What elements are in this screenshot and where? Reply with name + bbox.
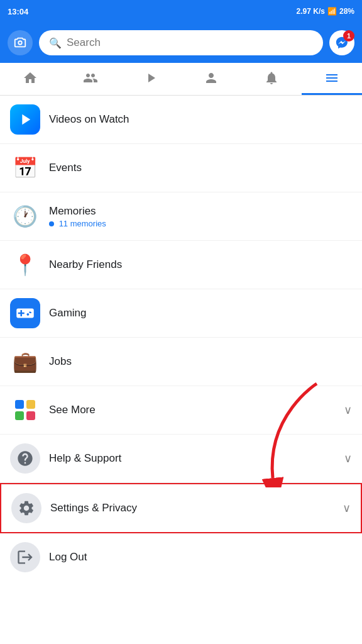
settings-privacy-text: Settings & Privacy: [50, 502, 337, 514]
log-out-text: Log Out: [49, 551, 352, 564]
search-icon: 🔍: [49, 37, 62, 49]
svg-rect-2: [15, 411, 24, 420]
see-more-text: See More: [49, 404, 339, 416]
tab-profile[interactable]: [181, 63, 241, 95]
menu-item-memories[interactable]: 🕐 Memories 11 memories: [0, 192, 362, 241]
camera-button[interactable]: [8, 30, 33, 55]
search-bar[interactable]: 🔍: [39, 30, 323, 55]
nearby-friends-text: Nearby Friends: [49, 258, 352, 271]
tab-home[interactable]: [0, 63, 60, 95]
app-header: 🔍 1: [0, 23, 362, 63]
messenger-badge: 1: [343, 30, 354, 42]
menu-item-see-more[interactable]: See More ∨: [0, 386, 362, 435]
help-support-text: Help & Support: [49, 452, 339, 465]
gaming-text: Gaming: [49, 307, 352, 319]
tab-watch[interactable]: [121, 63, 181, 95]
status-time: 13:04: [8, 7, 28, 16]
settings-privacy-chevron: ∨: [343, 501, 351, 515]
gaming-icon: [10, 298, 40, 328]
menu-list: Videos on Watch 📅 Events 🕐 Memories 11 m…: [0, 96, 362, 581]
see-more-chevron: ∨: [344, 403, 352, 417]
svg-rect-0: [15, 400, 24, 409]
nav-tabs: [0, 63, 362, 96]
memories-text: Memories 11 memories: [49, 205, 352, 228]
svg-rect-1: [26, 400, 35, 409]
menu-item-settings-privacy[interactable]: Settings & Privacy ∨: [0, 483, 362, 533]
svg-rect-3: [26, 411, 35, 420]
menu-item-events[interactable]: 📅 Events: [0, 144, 362, 192]
menu-item-gaming[interactable]: Gaming: [0, 289, 362, 338]
events-text: Events: [49, 162, 352, 174]
jobs-icon: 💼: [10, 347, 40, 377]
log-out-icon: [10, 542, 40, 572]
menu-item-videos-watch[interactable]: Videos on Watch: [0, 96, 362, 144]
search-input[interactable]: [67, 36, 313, 49]
messenger-button[interactable]: 1: [329, 30, 354, 55]
status-right: 2.97 K/s 📶 28%: [297, 7, 354, 16]
status-bar: 13:04 2.97 K/s 📶 28%: [0, 0, 362, 23]
see-more-icon: [10, 395, 40, 425]
events-icon: 📅: [10, 153, 40, 183]
videos-watch-text: Videos on Watch: [49, 113, 352, 126]
tab-friends[interactable]: [60, 63, 121, 95]
menu-item-jobs[interactable]: 💼 Jobs: [0, 338, 362, 386]
settings-privacy-icon: [11, 493, 41, 523]
tab-menu[interactable]: [302, 63, 362, 95]
menu-item-nearby-friends[interactable]: 📍 Nearby Friends: [0, 241, 362, 289]
help-support-icon: [10, 443, 40, 474]
tab-notifications[interactable]: [241, 63, 302, 95]
jobs-text: Jobs: [49, 355, 352, 368]
help-support-chevron: ∨: [344, 452, 352, 465]
menu-item-log-out[interactable]: Log Out: [0, 533, 362, 581]
nearby-friends-icon: 📍: [10, 250, 40, 280]
menu-item-help-support[interactable]: Help & Support ∨: [0, 435, 362, 483]
videos-watch-icon: [10, 104, 40, 135]
memories-icon: 🕐: [10, 201, 40, 231]
